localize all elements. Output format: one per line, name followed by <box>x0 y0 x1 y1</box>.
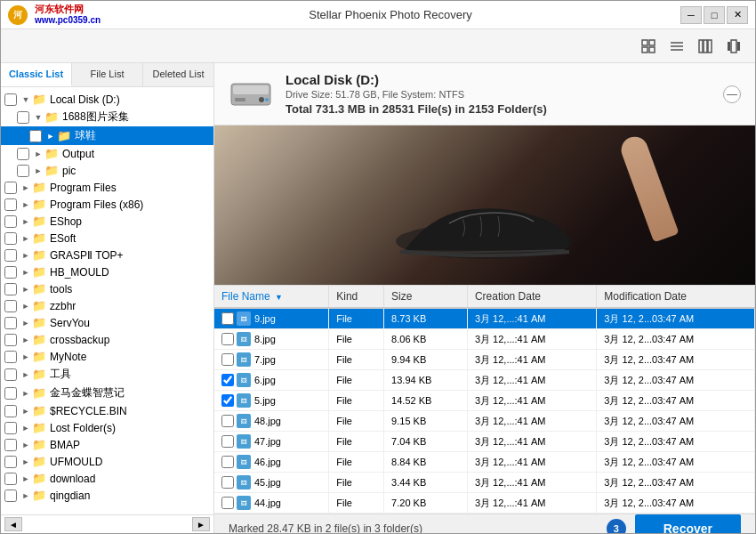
file-checkbox[interactable] <box>221 312 234 325</box>
col-modification-date[interactable]: Modification Date <box>597 286 755 308</box>
grid-view-button[interactable] <box>636 34 661 59</box>
col-kind[interactable]: Kind <box>329 286 384 308</box>
maximize-button[interactable]: □ <box>704 6 725 24</box>
tree-checkbox-servyou[interactable] <box>4 317 17 329</box>
table-row[interactable]: 🖼45.jpgFile3.44 KB3月 12,...:41 AM3月 12, … <box>214 473 755 493</box>
tree-checkbox-eshop[interactable] <box>4 215 17 228</box>
tree-arrow-download[interactable]: ► <box>20 474 32 483</box>
table-row[interactable]: 🖼44.jpgFile7.20 KB3月 12,...:41 AM3月 12, … <box>214 493 755 514</box>
tree-item-crossbackup[interactable]: ► 📁 crossbackup <box>1 331 213 348</box>
tree-checkbox-output[interactable] <box>17 148 29 160</box>
tree-item-ufmould[interactable]: ► 📁 UFMOULD <box>1 453 213 470</box>
file-checkbox[interactable] <box>221 497 234 509</box>
tree-arrow-programfiles[interactable]: ► <box>20 183 32 192</box>
tree-item-mynote[interactable]: ► 📁 MyNote <box>1 348 213 365</box>
tree-item-qingdian[interactable]: ► 📁 qingdian <box>1 487 213 504</box>
tree-item-lostfolder[interactable]: ► 📁 Lost Folder(s) <box>1 419 213 436</box>
filmstrip-view-button[interactable] <box>721 34 746 59</box>
table-row[interactable]: 🖼46.jpgFile8.84 KB3月 12,...:41 AM3月 12, … <box>214 452 755 473</box>
table-row[interactable]: 🖼47.jpgFile7.04 KB3月 12,...:41 AM3月 12, … <box>214 432 755 452</box>
tree-checkbox-grasp[interactable] <box>4 249 17 262</box>
tree-arrow-esoft[interactable]: ► <box>20 234 32 243</box>
tree-arrow-grasp[interactable]: ► <box>20 251 32 260</box>
file-checkbox[interactable] <box>221 415 234 427</box>
tree-arrow-qiuxie[interactable]: ► <box>44 132 57 141</box>
table-row[interactable]: 🖼6.jpgFile13.94 KB3月 12,...:41 AM3月 12, … <box>214 370 755 391</box>
tree-item-zzbhr[interactable]: ► 📁 zzbhr <box>1 297 213 314</box>
col-filename[interactable]: File Name ▼ <box>214 286 329 308</box>
tree-checkbox-pic[interactable] <box>17 165 29 177</box>
scroll-right-button[interactable]: ► <box>192 517 210 531</box>
file-checkbox[interactable] <box>221 353 234 366</box>
columns-view-button[interactable] <box>693 34 718 59</box>
file-checkbox[interactable] <box>221 456 234 468</box>
file-checkbox[interactable] <box>221 333 234 345</box>
tree-arrow-hbmould[interactable]: ► <box>20 268 32 277</box>
tree-checkbox-zzbhr[interactable] <box>4 300 17 312</box>
tree-arrow-qingdian[interactable]: ► <box>20 491 32 500</box>
tree-checkbox-mynote[interactable] <box>4 351 17 363</box>
tree-item-hbmould[interactable]: ► 📁 HB_MOULD <box>1 263 213 280</box>
table-row[interactable]: 🖼7.jpgFile9.94 KB3月 12,...:41 AM3月 12, 2… <box>214 350 755 370</box>
table-row[interactable]: 🖼8.jpgFile8.06 KB3月 12,...:41 AM3月 12, 2… <box>214 329 755 350</box>
tree-arrow-recycle[interactable]: ► <box>20 407 32 416</box>
file-checkbox[interactable] <box>221 394 234 407</box>
tree-arrow-eshop[interactable]: ► <box>20 217 32 226</box>
table-row[interactable]: 🖼9.jpgFile8.73 KB3月 12,...:41 AM3月 12, 2… <box>214 308 755 329</box>
tree-item-local-disk[interactable]: ▼ 📁 Local Disk (D:) <box>1 91 213 108</box>
tree-checkbox-gongju[interactable] <box>4 368 17 381</box>
tree-checkbox-hbmould[interactable] <box>4 266 17 279</box>
tree-container[interactable]: ▼ 📁 Local Disk (D:) ▼ 📁 1688图片采集 ► <box>1 87 213 514</box>
tree-checkbox-programfiles[interactable] <box>4 182 17 194</box>
tree-arrow-programfiles86[interactable]: ► <box>20 200 32 209</box>
tree-item-recycle[interactable]: ► 📁 $RECYCLE.BIN <box>1 402 213 419</box>
col-size[interactable]: Size <box>384 286 468 308</box>
tree-item-output[interactable]: ► 📁 Output <box>1 145 213 162</box>
tree-arrow-crossbackup[interactable]: ► <box>20 336 32 344</box>
tree-arrow-gongju[interactable]: ► <box>20 370 32 379</box>
table-row[interactable]: 🖼48.jpgFile9.15 KB3月 12,...:41 AM3月 12, … <box>214 411 755 432</box>
tree-item-servyou[interactable]: ► 📁 ServYou <box>1 314 213 331</box>
file-checkbox[interactable] <box>221 435 234 448</box>
tree-arrow-servyou[interactable]: ► <box>20 319 32 328</box>
minimize-button[interactable]: ─ <box>680 6 702 24</box>
tree-item-eshop[interactable]: ► 📁 EShop <box>1 213 213 230</box>
tree-checkbox-crossbackup[interactable] <box>4 334 17 346</box>
tree-checkbox-tools[interactable] <box>4 283 17 295</box>
file-checkbox[interactable] <box>221 476 234 489</box>
tree-arrow-pic[interactable]: ► <box>32 166 44 175</box>
tree-item-jmhj[interactable]: ► 📁 金马金蝶智慧记 <box>1 384 213 402</box>
tree-item-tools[interactable]: ► 📁 tools <box>1 280 213 297</box>
tab-deleted-list[interactable]: Deleted List <box>143 63 213 86</box>
tree-item-bmap[interactable]: ► 📁 BMAP <box>1 436 213 453</box>
tree-checkbox-1688[interactable] <box>17 111 29 124</box>
tree-checkbox-esoft[interactable] <box>4 232 17 245</box>
tree-checkbox-jmhj[interactable] <box>4 387 17 400</box>
tree-item-programfiles[interactable]: ► 📁 Program Files <box>1 179 213 196</box>
tree-arrow-ufmould[interactable]: ► <box>20 457 32 466</box>
tab-classic-list[interactable]: Classic List <box>1 63 72 86</box>
tree-item-gongju[interactable]: ► 📁 工具 <box>1 365 213 384</box>
file-table-scroll[interactable]: File Name ▼ Kind Size <box>214 286 755 514</box>
tree-item-qiuxie[interactable]: ► 📁 球鞋 <box>1 126 213 145</box>
tree-arrow-output[interactable]: ► <box>32 150 44 158</box>
tree-checkbox-qingdian[interactable] <box>4 490 17 502</box>
tree-checkbox-ufmould[interactable] <box>4 456 17 468</box>
tree-item-grasp[interactable]: ► 📁 GRASPⅡ TOP+ <box>1 247 213 263</box>
tree-item-download[interactable]: ► 📁 download <box>1 470 213 487</box>
collapse-icon[interactable]: — <box>723 85 741 103</box>
scroll-left-button[interactable]: ◄ <box>4 517 22 531</box>
list-view-button[interactable] <box>664 34 689 59</box>
tree-checkbox-qiuxie[interactable] <box>29 130 42 142</box>
tree-arrow-tools[interactable]: ► <box>20 285 32 294</box>
tree-checkbox-download[interactable] <box>4 473 17 485</box>
tree-checkbox-bmap[interactable] <box>4 439 17 451</box>
tree-arrow-local-disk[interactable]: ▼ <box>20 95 32 104</box>
tree-arrow-1688[interactable]: ▼ <box>32 113 44 122</box>
col-creation-date[interactable]: Creation Date <box>467 286 596 308</box>
tree-arrow-zzbhr[interactable]: ► <box>20 302 32 311</box>
tree-arrow-mynote[interactable]: ► <box>20 352 32 361</box>
recover-button[interactable]: Recover <box>635 514 741 533</box>
tree-arrow-bmap[interactable]: ► <box>20 441 32 449</box>
table-row[interactable]: 🖼5.jpgFile14.52 KB3月 12,...:41 AM3月 12, … <box>214 391 755 411</box>
